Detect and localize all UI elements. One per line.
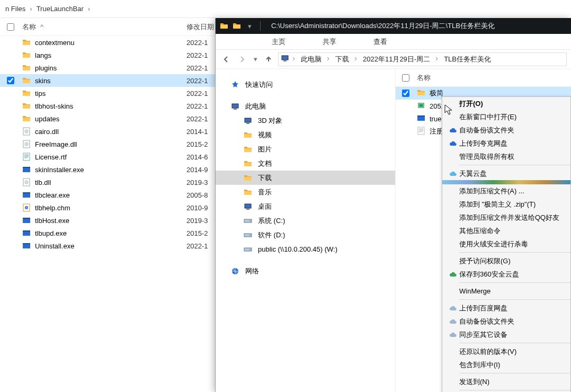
- back-button[interactable]: [220, 53, 233, 66]
- dropdown-icon[interactable]: ▾: [245, 22, 254, 30]
- mouse-cursor-icon: [444, 104, 453, 116]
- file-row[interactable]: cairo.dll2014-1: [0, 125, 215, 138]
- file-date: 2022-1: [186, 242, 215, 250]
- docs-icon: [243, 159, 253, 168]
- file-row[interactable]: plugins2022-1: [0, 61, 215, 74]
- left-explorer-window: n Files › TrueLaunchBar › 名称^ 修改日期 conte…: [0, 0, 215, 392]
- select-all-checkbox[interactable]: [402, 74, 409, 82]
- file-name: 注册: [427, 127, 443, 136]
- file-row[interactable]: License.rtf2014-6: [0, 150, 215, 163]
- dll-icon: [21, 140, 32, 148]
- ribbon-tab-share[interactable]: 共享: [319, 35, 340, 49]
- left-breadcrumb[interactable]: n Files › TrueLaunchBar ›: [0, 0, 215, 18]
- file-row[interactable]: tips2022-1: [0, 87, 215, 100]
- file-row[interactable]: skins2022-1: [0, 74, 215, 87]
- menu-item[interactable]: 授予访问权限(G): [442, 254, 570, 268]
- context-menu[interactable]: 打开(O)在新窗口中打开(E)自动备份该文件夹上传到夸克网盘管理员取得所有权天翼…: [442, 96, 571, 392]
- ribbon-tab-home[interactable]: 主页: [269, 35, 289, 49]
- file-row[interactable]: tlbhost-skins2022-1: [0, 100, 215, 112]
- nav-quick-access[interactable]: 快速访问: [216, 77, 395, 92]
- breadcrumb-item[interactable]: n Files: [3, 5, 28, 13]
- nav-item[interactable]: 下载: [216, 171, 395, 185]
- file-row[interactable]: Uninstall.exe2022-1: [0, 239, 215, 252]
- file-row[interactable]: tlbclear.exe2005-8: [0, 189, 215, 201]
- menu-item[interactable]: 自动备份该文件夹: [442, 123, 570, 137]
- forward-button[interactable]: [236, 53, 248, 66]
- menu-item[interactable]: 添加到 "极简主义 .zip"(T): [442, 198, 570, 211]
- nav-label: 快速访问: [245, 80, 273, 90]
- menu-separator: [459, 373, 570, 373]
- file-row[interactable]: tlbhelp.chm2010-9: [0, 201, 215, 214]
- history-dropdown[interactable]: ▾: [252, 53, 259, 66]
- address-bar[interactable]: 此电脑 下载 2022年11月29日-周二 TLB任务栏美化: [278, 52, 567, 66]
- breadcrumb-item[interactable]: 2022年11月29日-周二: [361, 55, 432, 64]
- nav-item[interactable]: 文档: [216, 156, 395, 171]
- content-column-header[interactable]: 名称: [396, 69, 571, 87]
- title-bar[interactable]: ▾ C:\Users\Administrator\Downloads\2022年…: [216, 18, 571, 34]
- file-row[interactable]: tlb.dll2019-3: [0, 176, 215, 189]
- nav-item[interactable]: public (\\10.0.200.45) (W:): [216, 242, 395, 256]
- menu-item[interactable]: 保存到360安全云盘: [442, 268, 570, 281]
- up-button[interactable]: [262, 53, 275, 66]
- menu-item[interactable]: 打开(O): [442, 97, 570, 110]
- menu-item-label: WinMerge: [459, 287, 564, 295]
- nav-item[interactable]: 软件 (D:): [216, 228, 395, 242]
- breadcrumb-item[interactable]: TLB任务栏美化: [442, 55, 493, 64]
- folder-icon: [220, 22, 228, 30]
- file-name: updates: [32, 115, 186, 123]
- left-column-header[interactable]: 名称^ 修改日期: [0, 18, 215, 36]
- file-row[interactable]: langs2022-1: [0, 49, 215, 61]
- menu-item[interactable]: 包含到库中(I): [442, 358, 570, 371]
- nav-this-pc[interactable]: 此电脑: [216, 99, 395, 113]
- menu-item[interactable]: 添加到压缩文件(A) ...: [442, 184, 570, 198]
- file-row[interactable]: FreeImage.dll2015-2: [0, 138, 215, 150]
- ribbon-tab-view[interactable]: 查看: [370, 35, 390, 49]
- reg-icon: [417, 101, 427, 111]
- menu-item[interactable]: 上传到百度网盘: [442, 301, 570, 315]
- file-row[interactable]: skinInstaller.exe2014-9: [0, 163, 215, 176]
- menu-item[interactable]: WinMerge: [442, 284, 570, 298]
- menu-item[interactable]: 还原以前的版本(V): [442, 345, 570, 358]
- menu-item[interactable]: 添加到压缩文件并发送给QQ好友: [442, 211, 570, 224]
- menu-item-label: 在新窗口中打开(E): [459, 112, 564, 122]
- file-date: 2019-3: [186, 217, 215, 225]
- nav-item[interactable]: 3D 对象: [216, 113, 395, 128]
- column-header-name[interactable]: 名称: [22, 23, 36, 31]
- file-row[interactable]: tlbHost.exe2019-3: [0, 214, 215, 227]
- file-name: contextmenu: [32, 39, 186, 47]
- nav-item[interactable]: 桌面: [216, 199, 395, 213]
- menu-item[interactable]: 其他压缩命令: [442, 224, 570, 237]
- menu-item[interactable]: 使用火绒安全进行杀毒: [442, 237, 570, 251]
- column-header-date[interactable]: 修改日期: [186, 23, 214, 31]
- menu-item[interactable]: 发送到(N): [442, 375, 570, 388]
- drive-icon: [243, 231, 253, 239]
- network-icon: [230, 267, 240, 275]
- breadcrumb-item[interactable]: 此电脑: [299, 55, 324, 64]
- breadcrumb-item[interactable]: 下载: [333, 55, 351, 64]
- file-row[interactable]: tlbupd.exe2015-2: [0, 227, 215, 239]
- file-name: cairo.dll: [32, 128, 186, 136]
- nav-network[interactable]: 网络: [216, 264, 395, 278]
- column-header-name[interactable]: 名称: [417, 73, 431, 83]
- select-all-checkbox[interactable]: [7, 23, 14, 31]
- menu-item[interactable]: 天翼云盘: [442, 167, 570, 180]
- menu-item[interactable]: 在新窗口中打开(E): [442, 110, 570, 123]
- pictures-icon: [243, 145, 253, 154]
- file-row[interactable]: contextmenu2022-1: [0, 36, 215, 49]
- menu-item[interactable]: 自动备份该文件夹: [442, 315, 570, 328]
- file-row[interactable]: updates2022-1: [0, 112, 215, 125]
- nav-item[interactable]: 系统 (C:): [216, 213, 395, 228]
- breadcrumb-item[interactable]: TrueLaunchBar: [34, 5, 86, 13]
- menu-item[interactable]: 同步至其它设备: [442, 328, 570, 341]
- dll-icon: [21, 178, 32, 186]
- menu-separator: [459, 252, 570, 253]
- menu-item[interactable]: 管理员取得所有权: [442, 150, 570, 163]
- folder-icon: [21, 64, 32, 72]
- menu-item[interactable]: 上传到夸克网盘: [442, 137, 570, 150]
- nav-item[interactable]: 图片: [216, 142, 395, 156]
- row-checkbox[interactable]: [402, 90, 409, 97]
- nav-item[interactable]: 音乐: [216, 185, 395, 199]
- row-checkbox[interactable]: [7, 77, 14, 84]
- nav-item[interactable]: 视频: [216, 128, 395, 142]
- menu-item-label: 上传到夸克网盘: [459, 139, 564, 148]
